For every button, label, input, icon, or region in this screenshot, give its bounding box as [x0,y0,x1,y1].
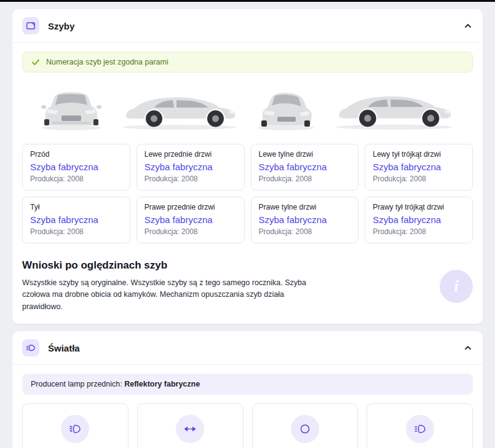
glass-card-label: Lewe przednie drzwi [145,150,237,159]
section-szyby: Szyby Numeracja szyb jest zgodna parami [12,9,483,324]
chevron-up-icon[interactable] [463,343,473,353]
lamps-producer-value: Reflektory fabryczne [124,380,200,388]
glass-card-prawe-przednie: Prawe przednie drzwi Szyba fabryczna Pro… [137,197,245,243]
brake-light-icon [291,415,319,443]
glass-card-label: Prawe przednie drzwi [145,203,237,211]
report-page: Szyby Numeracja szyb jest zgodna parami [0,2,495,448]
glass-cards-grid: Przód Szyba fabryczna Produkcja: 2008 Le… [22,144,473,243]
glass-card-production: Produkcja: 2008 [373,175,465,183]
glass-card-value: Szyba fabryczna [373,162,465,172]
section-swiatla-body: Producent lamp przednich: Reflektory fab… [12,365,483,448]
glass-card-label: Lewy tył trójkąt drzwi [373,150,465,159]
glass-card-production: Produkcja: 2008 [259,227,351,236]
info-icon: i [440,270,473,303]
glass-card-value: Szyba fabryczna [259,162,351,172]
glass-card-label: Prawy tył trójkąt drzwi [373,203,465,211]
high-beam-icon [406,415,434,443]
glass-card-value: Szyba fabryczna [373,214,465,225]
glass-card-prawe-tylne: Prawe tylne drzwi Szyba fabryczna Produk… [251,197,359,243]
section-swiatla-title: Światła [48,343,80,353]
glass-card-lewy-trojkat: Lewy tył trójkąt drzwi Szyba fabryczna P… [365,144,473,191]
glass-card-production: Produkcja: 2008 [373,227,465,236]
lamps-producer-label: Producent lamp przednich: [31,380,124,388]
glass-card-production: Produkcja: 2008 [30,227,122,236]
lights-grid: Mijania Ok Brak uwag Kierunkowskazy [22,403,473,448]
glass-card-label: Lewe tylne drzwi [259,150,351,159]
light-card-dlugie: Długie Ok Brak uwag [366,403,473,448]
glass-conclusions-title: Wnioski po oględzinach szyb [22,259,316,272]
glass-success-banner: Numeracja szyb jest zgodna parami [22,52,473,73]
car-right-side-view-image [333,82,456,132]
glass-card-label: Prawe tylne drzwi [259,203,351,211]
glass-card-value: Szyba fabryczna [145,214,237,225]
glass-card-production: Produkcja: 2008 [145,175,237,183]
check-icon [31,58,40,66]
car-front-quarter-view-image [255,85,317,132]
car-front-view-image [39,84,104,132]
light-card-stopu: Stopu Ok Brak uwag [252,403,358,448]
glass-card-tyl: Tył Szyba fabryczna Produkcja: 2008 [22,197,130,243]
car-left-side-view-image [120,84,240,132]
light-card-kierunkowskazy: Kierunkowskazy Ok Brak uwag [137,403,244,448]
turn-signal-icon [176,415,204,443]
glass-card-production: Produkcja: 2008 [145,227,237,236]
glass-card-value: Szyba fabryczna [30,214,122,225]
glass-card-production: Produkcja: 2008 [30,175,122,183]
glass-card-value: Szyba fabryczna [30,162,122,172]
glass-success-text: Numeracja szyb jest zgodna parami [46,58,168,66]
glass-card-value: Szyba fabryczna [145,162,237,172]
glass-card-label: Tył [30,203,122,211]
light-card-mijania: Mijania Ok Brak uwag [22,403,129,448]
lamps-producer-banner: Producent lamp przednich: Reflektory fab… [22,374,473,395]
chevron-up-icon[interactable] [463,21,473,31]
glass-conclusions-text-block: Wnioski po oględzinach szyb Wszystkie sz… [22,259,316,313]
section-szyby-title: Szyby [48,21,74,31]
car-views [22,73,473,136]
section-swiatla-header[interactable]: Światła [12,331,483,365]
glass-card-przod: Przód Szyba fabryczna Produkcja: 2008 [22,144,130,191]
window-icon [22,17,39,34]
section-szyby-header[interactable]: Szyby [12,9,483,43]
glass-card-production: Produkcja: 2008 [259,175,351,183]
headlight-icon [22,339,39,356]
glass-card-lewe-przednie: Lewe przednie drzwi Szyba fabryczna Prod… [137,144,245,191]
glass-conclusions-paragraph: Wszystkie szyby są oryginalne. Wszystkie… [22,277,316,313]
glass-card-lewe-tylne: Lewe tylne drzwi Szyba fabryczna Produkc… [251,144,359,191]
section-swiatla: Światła Producent lamp przednich: Reflek… [12,331,483,448]
low-beam-icon [61,415,89,443]
glass-card-prawy-trojkat: Prawy tył trójkąt drzwi Szyba fabryczna … [365,197,473,243]
glass-card-value: Szyba fabryczna [259,214,351,225]
glass-conclusions: Wnioski po oględzinach szyb Wszystkie sz… [22,259,473,313]
section-szyby-body: Numeracja szyb jest zgodna parami [12,43,483,324]
glass-card-label: Przód [30,150,122,159]
